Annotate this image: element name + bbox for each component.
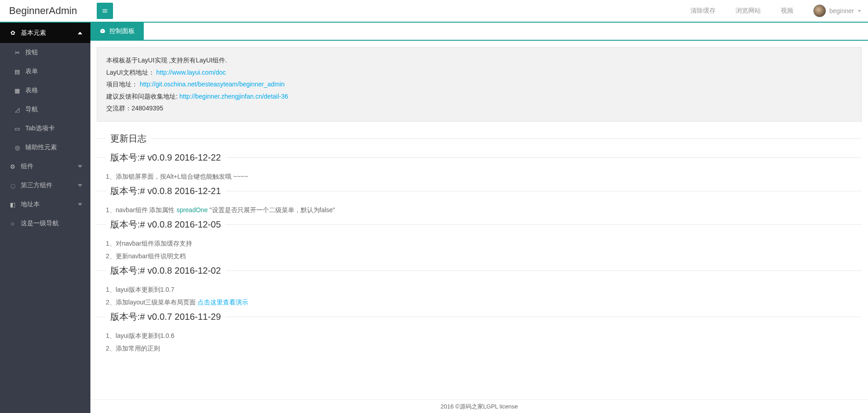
chevron-down-icon [858, 10, 861, 12]
circle-icon: ○ [9, 220, 16, 227]
sidebar-group-label: 基本元素 [21, 29, 46, 37]
sidebar-item-form[interactable]: ▤ 表单 [0, 62, 90, 81]
changelog-version: 版本号:# v0.0.9 2016-12-221、添加锁屏界面，按Alt+L组合… [97, 157, 862, 183]
changelog-fieldset: 更新日志 [97, 133, 862, 149]
footer-site-link[interactable]: 源码之家 [460, 403, 483, 411]
version-title: 版本号:# v0.0.7 2016-11-29 [106, 311, 226, 323]
header-link-clear-cache[interactable]: 清除缓存 [690, 7, 716, 15]
version-item: 1、layui版本更新到1.0.6 [106, 329, 862, 342]
version-title: 版本号:# v0.0.8 2016-12-02 [106, 265, 226, 277]
logo: BeginnerAdmin [0, 5, 90, 17]
header-link-browse-site[interactable]: 浏览网站 [736, 7, 761, 15]
sidebar-item-label: 表格 [25, 86, 38, 95]
aux-icon: ◎ [14, 144, 21, 151]
header-link-video[interactable]: 视频 [781, 7, 793, 15]
table-icon: ▦ [14, 87, 21, 94]
version-item: 2、添加常用的正则 [106, 342, 862, 355]
sidebar-item-button[interactable]: ✂ 按钮 [0, 43, 90, 62]
tab-dashboard[interactable]: 控制面板 [90, 23, 144, 40]
version-title: 版本号:# v0.0.9 2016-12-22 [106, 152, 226, 164]
main: 控制面板 本模板基于LayUI实现 ,支持所有LayUI组件. LayUI文档地… [90, 23, 868, 413]
sidebar-group-third-party[interactable]: ◌ 第三方组件 [0, 176, 90, 195]
notice-line: 本模板基于LayUI实现 ,支持所有LayUI组件. [106, 54, 852, 66]
content-area: 本模板基于LayUI实现 ,支持所有LayUI组件. LayUI文档地址： ht… [90, 41, 868, 399]
share-icon: ✂ [14, 49, 21, 56]
version-list: 1、对navbar组件添加缓存支持2、更新navbar组件说明文档 [97, 237, 862, 262]
sidebar-item-table[interactable]: ▦ 表格 [0, 81, 90, 100]
cubes-icon: ✿ [9, 29, 16, 36]
sidebar-group-basic-elements[interactable]: ✿ 基本元素 [0, 23, 90, 43]
version-item: 1、layui版本更新到1.0.7 [106, 283, 862, 296]
sidebar-item-label: 导航 [25, 105, 38, 114]
sidebar-group-level1-nav[interactable]: ○ 这是一级导航 [0, 214, 90, 233]
sidebar-group-label: 地址本 [21, 200, 40, 209]
version-item: 1、navbar组件 添加属性 spreadOne "设置是否只展开一个二级菜单… [106, 204, 862, 216]
version-item: 1、添加锁屏界面，按Alt+L组合键也能触发哦 ~~~~ [106, 170, 862, 183]
changelog-version: 版本号:# v0.0.8 2016-12-211、navbar组件 添加属性 s… [97, 191, 862, 216]
notice-line: 交流群：248049395 [106, 102, 852, 114]
notice-link-project[interactable]: http://git.oschina.net/besteasyteam/begi… [140, 81, 285, 88]
version-list: 1、layui版本更新到1.0.62、添加常用的正则 [97, 329, 862, 355]
notice-box: 本模板基于LayUI实现 ,支持所有LayUI组件. LayUI文档地址： ht… [97, 47, 862, 122]
sidebar-item-label: 辅助性元素 [25, 143, 57, 152]
book-icon: ◧ [9, 201, 16, 208]
form-icon: ▤ [14, 68, 21, 75]
notice-line: LayUI文档地址： http://www.layui.com/doc [106, 66, 852, 79]
tab-bar: 控制面板 [90, 23, 868, 41]
hamburger-icon [102, 8, 108, 14]
version-list: 1、navbar组件 添加属性 spreadOne "设置是否只展开一个二级菜单… [97, 204, 862, 216]
header: BeginnerAdmin 清除缓存 浏览网站 视频 beginner [0, 0, 868, 23]
version-list: 1、添加锁屏界面，按Alt+L组合键也能触发哦 ~~~~ [97, 170, 862, 183]
notice-link-docs[interactable]: http://www.layui.com/doc [156, 69, 226, 76]
notice-link-feedback[interactable]: http://beginner.zhengjinfan.cn/detail-36 [179, 93, 288, 100]
chevron-down-icon [78, 165, 82, 168]
sidebar-item-tabs[interactable]: ▭ Tab选项卡 [0, 119, 90, 138]
chevron-up-icon [78, 32, 82, 34]
reload-icon: ◌ [9, 182, 16, 189]
sidebar: ✿ 基本元素 ✂ 按钮 ▤ 表单 ▦ 表格 ◿ 导航 ▭ Tab选 [0, 23, 90, 413]
tab-label: 控制面板 [109, 27, 135, 35]
footer: 2016 © 源码之家 LGPL license [90, 399, 868, 413]
version-item: 2、更新navbar组件说明文档 [106, 250, 862, 262]
changelog-version: 版本号:# v0.0.8 2016-12-021、layui版本更新到1.0.7… [97, 271, 862, 309]
sidebar-item-auxiliary[interactable]: ◎ 辅助性元素 [0, 138, 90, 157]
notice-line: 建议反馈和问题收集地址: http://beginner.zhengjinfan… [106, 90, 852, 103]
nav-icon: ◿ [14, 106, 21, 113]
changelog-version: 版本号:# v0.0.7 2016-11-291、layui版本更新到1.0.6… [97, 317, 862, 355]
sidebar-group-label: 组件 [21, 162, 33, 171]
tabs-icon: ▭ [14, 125, 21, 132]
version-list: 1、layui版本更新到1.0.72、添加layout三级菜单布局页面 点击这里… [97, 283, 862, 309]
sidebar-toggle-button[interactable] [97, 3, 113, 19]
sidebar-group-label: 这是一级导航 [21, 219, 59, 228]
dashboard-icon [99, 28, 106, 34]
changelog-title: 更新日志 [106, 133, 151, 145]
sidebar-group-address-book[interactable]: ◧ 地址本 [0, 195, 90, 214]
sidebar-item-label: 按钮 [25, 48, 38, 57]
chevron-down-icon [78, 184, 82, 187]
username: beginner [830, 7, 854, 14]
highlight-text: spreadOne [176, 206, 208, 214]
avatar [813, 5, 826, 17]
version-item: 1、对navbar组件添加缓存支持 [106, 237, 862, 250]
cogs-icon: ⚙ [9, 163, 16, 170]
chevron-down-icon [78, 203, 82, 206]
user-menu[interactable]: beginner [813, 5, 862, 17]
demo-link[interactable]: 点击这里查看演示 [198, 299, 248, 306]
version-item: 2、添加layout三级菜单布局页面 点击这里查看演示 [106, 296, 862, 309]
sidebar-item-nav[interactable]: ◿ 导航 [0, 100, 90, 119]
sidebar-group-label: 第三方组件 [21, 181, 52, 190]
sidebar-item-label: 表单 [25, 67, 38, 76]
sidebar-item-label: Tab选项卡 [25, 124, 55, 133]
changelog-version: 版本号:# v0.0.8 2016-12-051、对navbar组件添加缓存支持… [97, 224, 862, 262]
notice-line: 项目地址： http://git.oschina.net/besteasytea… [106, 78, 852, 90]
version-title: 版本号:# v0.0.8 2016-12-21 [106, 185, 226, 197]
version-title: 版本号:# v0.0.8 2016-12-05 [106, 218, 226, 231]
sidebar-group-components[interactable]: ⚙ 组件 [0, 157, 90, 176]
